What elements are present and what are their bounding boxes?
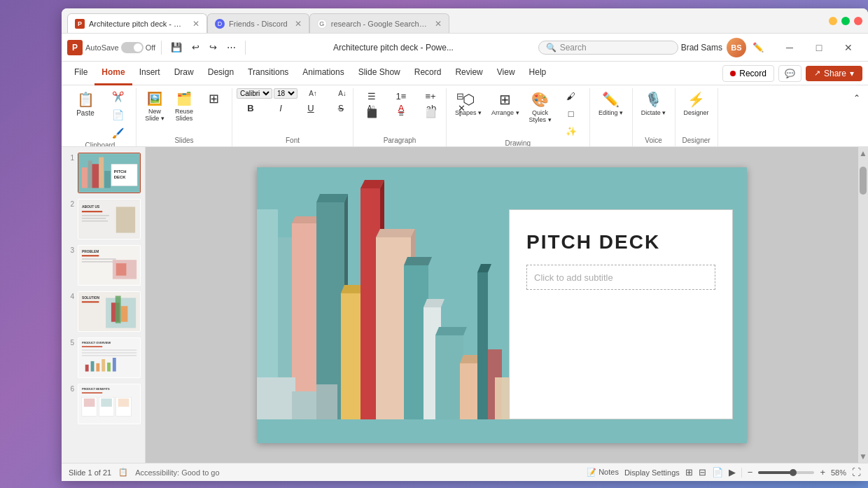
menu-help[interactable]: Help [522,62,554,85]
shape-outline-btn[interactable]: □ [557,106,585,122]
slide-item-5[interactable]: 5 PRODUCT OVERVIEW [66,337,141,378]
menu-slideshow[interactable]: Slide Show [351,62,407,85]
menu-transitions[interactable]: Transitions [241,62,295,85]
slide-thumb-2[interactable]: ABOUT US [78,199,141,239]
slide-subtitle-area[interactable]: Click to add subtitle [526,265,715,290]
slide-notes-icon[interactable]: 📋 [118,468,128,477]
layout-btn[interactable]: ⊞ [200,88,227,111]
shapes-btn[interactable]: ⬡ Shapes ▾ [451,88,486,119]
slide-panel[interactable]: 1 PITCH [62,147,146,463]
slide-canvas[interactable]: PITCH DECK Click to add subtitle [257,167,747,443]
share-button[interactable]: ↗ Share ▾ [806,66,862,81]
numbering-btn[interactable]: 1≡ [387,88,415,104]
tab-close-discord[interactable]: ✕ [295,19,302,29]
slide-item-6[interactable]: 6 PRODUCT BENEFITS [66,384,141,424]
record-button[interactable]: Record [722,65,774,82]
font-size-select[interactable]: 18 [274,88,298,99]
search-box[interactable]: 🔍 Search [538,41,678,55]
shrink-font-btn[interactable]: A↓ [328,89,356,98]
scroll-down-btn[interactable]: ▼ [858,450,868,463]
zoom-slider[interactable] [758,471,814,474]
arrange-btn[interactable]: ⊞ Arrange ▾ [487,88,524,119]
autosave-toggle[interactable] [121,42,144,53]
copy-btn[interactable]: 📄 [104,106,132,123]
menu-view[interactable]: View [490,62,522,85]
fit-slide-btn[interactable]: ⛶ [852,467,861,477]
strikethrough-btn[interactable]: S̶ [327,100,355,116]
notes-btn[interactable]: 📝 Notes [587,468,619,477]
menu-insert[interactable]: Insert [132,62,167,85]
slide-thumb-5[interactable]: PRODUCT OVERVIEW [78,337,141,378]
maximize-btn[interactable] [841,17,850,25]
slide-thumb-6[interactable]: PRODUCT BENEFITS [78,384,141,424]
slide-sorter-btn[interactable]: ⊟ [699,467,706,477]
display-settings-btn[interactable]: Display Settings [624,468,680,477]
reading-view-btn[interactable]: 📄 [712,467,723,477]
scroll-thumb[interactable] [860,167,867,195]
tab-close-google[interactable]: ✕ [435,19,442,29]
menu-animations[interactable]: Animations [295,62,351,85]
editing-btn[interactable]: ✏️ Editing ▾ [594,88,628,119]
slide-item-2[interactable]: 2 ABOUT US [66,199,141,239]
menu-review[interactable]: Review [448,62,489,85]
slideshow-btn[interactable]: ▶ [729,467,736,477]
new-slide-btn[interactable]: 🖼️ NewSlide ▾ [141,88,169,125]
win-close-btn[interactable]: ✕ [834,37,862,58]
menu-design[interactable]: Design [201,62,241,85]
slide-item-3[interactable]: 3 PROBLEM [66,245,141,286]
align-right-btn[interactable]: ⬜ [416,106,444,121]
minimize-btn[interactable] [829,17,837,25]
shape-effect-btn[interactable]: ✨ [557,123,585,139]
slide-item-4[interactable]: 4 SOLUTION [66,291,141,332]
menu-record[interactable]: Record [407,62,449,85]
undo-btn[interactable]: ↩ [188,40,203,55]
slide-thumb-1[interactable]: PITCH DECK [78,153,141,193]
designer-btn[interactable]: ⚡ Designer [680,88,713,119]
close-btn[interactable] [854,17,862,25]
paste-btn[interactable]: 📋 Paste [69,88,102,120]
tab-close-ppt[interactable]: ✕ [192,19,200,29]
redo-btn[interactable]: ↪ [206,40,220,55]
menu-draw[interactable]: Draw [167,62,201,85]
font-family-select[interactable]: Calibri [237,88,272,99]
format-painter-btn[interactable]: 🖌️ [104,125,132,141]
grow-font-btn[interactable]: A↑ [299,89,327,98]
scrollbar-right[interactable]: ▲ ▼ [858,147,868,463]
win-minimize-btn[interactable]: ─ [776,37,804,58]
zoom-out-btn[interactable]: − [748,467,753,477]
multilevel-btn[interactable]: ≡+ [416,88,444,104]
align-center-btn[interactable]: ≡ [387,106,415,121]
zoom-in-btn[interactable]: + [820,467,825,477]
comment-btn[interactable]: 💬 [778,65,802,82]
bullets-btn[interactable]: ☰ [358,88,386,104]
menu-file[interactable]: File [67,62,94,85]
svg-rect-25 [82,301,99,302]
menu-home[interactable]: Home [94,62,132,85]
tab-discord[interactable]: D Friends - Discord ✕ [207,13,309,33]
bold-btn[interactable]: B [237,100,265,116]
save-btn[interactable]: 💾 [167,40,186,55]
underline-btn[interactable]: U [297,100,325,116]
cut-btn[interactable]: ✂️ [104,88,132,105]
slide-thumb-3[interactable]: PROBLEM [78,245,141,286]
quick-styles-btn[interactable]: 🎨 QuickStyles ▾ [525,88,556,126]
slide-num-1: 1 [66,154,74,162]
tab-powerpoint[interactable]: P Architecture pitch deck - Po... ✕ [67,13,207,33]
shape-fill-btn[interactable]: 🖌 [557,88,585,104]
scroll-up-btn[interactable]: ▲ [858,147,868,160]
customize-btn[interactable]: ⋯ [223,40,239,55]
win-maximize-btn[interactable]: □ [805,37,833,58]
slide-thumb-4[interactable]: SOLUTION [78,291,141,332]
dictate-btn[interactable]: 🎙️ Dictate ▾ [637,88,671,119]
tab-google[interactable]: G research - Google Search - Goo... ✕ [309,13,449,33]
slide-item-1[interactable]: 1 PITCH [66,153,141,193]
slide-text-content[interactable]: PITCH DECK Click to add subtitle [509,209,733,419]
svg-marker-73 [435,327,467,335]
canvas-area[interactable]: PITCH DECK Click to add subtitle [146,147,858,463]
collapse-ribbon-btn[interactable]: ⌃ [850,91,864,105]
reuse-slides-btn[interactable]: 🗂️ ReuseSlides [170,88,198,125]
pen-btn[interactable]: ✏️ [749,40,767,55]
italic-btn[interactable]: I [267,100,295,116]
align-left-btn[interactable]: ⬛ [358,106,386,121]
normal-view-btn[interactable]: ⊞ [685,467,693,477]
